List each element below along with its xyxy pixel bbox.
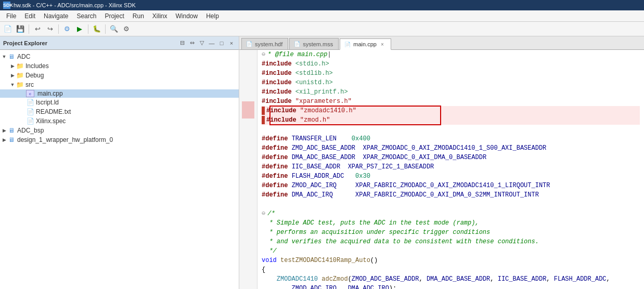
sp-d6 — [288, 181, 291, 190]
tree-item-adc-bsp[interactable]: ▶ 🖥 ADC_bsp — [0, 126, 239, 135]
comment-end: */ — [262, 246, 277, 256]
new-button[interactable]: 📄 — [2, 23, 14, 35]
ln-14 — [242, 170, 254, 179]
sp-d4 — [288, 162, 291, 172]
space-1 — [292, 59, 295, 69]
arg-zmd: ZMOD_ADC_BASE_ADDR — [352, 274, 419, 284]
menu-window[interactable]: Window — [172, 11, 202, 21]
main-cpp-tab-close[interactable]: × — [379, 41, 385, 47]
design-arrow: ▶ — [1, 137, 7, 143]
menu-project[interactable]: Project — [100, 11, 128, 21]
includes-folder-icon: 📁 — [16, 62, 24, 70]
link-editor-icon[interactable]: ⇔ — [188, 39, 196, 47]
settings-button[interactable]: ⚙ — [121, 23, 132, 35]
tree-item-main-cpp[interactable]: c main.cpp — [0, 89, 239, 98]
kw-include-4: #include — [262, 87, 292, 97]
menu-file[interactable]: File — [2, 11, 20, 21]
ln-21 — [242, 230, 254, 239]
src-arrow: ▼ — [9, 82, 16, 88]
main-cpp-tab-icon: 📄 — [344, 42, 351, 47]
ln-8 — [242, 119, 254, 127]
search-button[interactable]: 🔍 — [108, 23, 120, 35]
readme-label: README.txt — [36, 108, 71, 115]
editor-panel: 📄 system.hdf 📄 system.mss 📄 main.cpp × — [239, 36, 644, 289]
code-line-empty-1 — [262, 125, 640, 134]
editor-content[interactable]: ⊖ * @file main.cpp | #include <stdio.h> … — [239, 50, 644, 289]
debug-button[interactable]: 🐛 — [91, 23, 102, 35]
val-zmod-irq: XPAR_FABRIC_ZMODADC_0_AXI_ZMODADC1410_1_… — [355, 181, 550, 190]
code-lines[interactable]: ⊖ * @file main.cpp | #include <stdio.h> … — [257, 50, 644, 289]
back-button[interactable]: ↩ — [32, 23, 43, 35]
tab-system-mss[interactable]: 📄 system.mss — [289, 38, 339, 49]
collapse-all-icon[interactable]: ⊟ — [178, 39, 186, 47]
code-line-inc-unistd: #include <unistd.h> — [262, 78, 640, 87]
menu-edit[interactable]: Edit — [20, 11, 40, 21]
ln-23 — [242, 247, 254, 256]
tree-item-src[interactable]: ▼ 📁 src — [0, 80, 239, 89]
error-gutter-1 — [262, 107, 265, 115]
comment-1: * Simple ADC test, puts the ADC in the t… — [262, 218, 479, 228]
tab-system-hdf[interactable]: 📄 system.hdf — [241, 38, 288, 49]
menu-run[interactable]: Run — [128, 11, 148, 21]
menu-xilinx[interactable]: Xilinx — [148, 11, 172, 21]
menu-help[interactable]: Help — [202, 11, 223, 21]
src-label: src — [25, 81, 34, 88]
maximize-icon[interactable]: □ — [217, 39, 226, 47]
run-button[interactable]: ▶ — [74, 23, 85, 35]
system-mss-tab-label: system.mss — [303, 41, 333, 47]
tab-main-cpp[interactable]: 📄 main.cpp × — [340, 38, 391, 50]
expand-icon: ⊖ — [262, 50, 265, 59]
tree-item-debug[interactable]: ▶ 📁 Debug — [0, 71, 239, 80]
readme-icon: 📄 — [26, 108, 34, 116]
close-explorer-icon[interactable]: × — [227, 39, 236, 47]
macro-iic: IIC_BASE_ADDR — [292, 162, 341, 172]
tree-item-readme[interactable]: 📄 README.txt — [0, 107, 239, 116]
code-line-fn-def: void testZMODADC1410Ramp_Auto () — [262, 256, 640, 265]
save-button[interactable]: 💾 — [15, 23, 26, 35]
macro-flash: FLASH_ADDR_ADC — [292, 172, 344, 181]
macro-dma-adc: DMA_ADC_BASE_ADDR — [292, 153, 355, 162]
toolbar: 📄 💾 ↩ ↪ ⚙ ▶ 🐛 🔍 ⚙ — [0, 22, 644, 36]
tabs-bar: 📄 system.hdf 📄 system.mss 📄 main.cpp × — [239, 36, 644, 50]
tree-item-adc[interactable]: ▼ 🖥 ADC — [0, 52, 239, 61]
forward-button[interactable]: ↪ — [44, 23, 56, 35]
arg-zmod-irq: ZMOD_ADC_IRQ — [292, 284, 337, 289]
kw-define-4: #define — [262, 162, 288, 172]
code-line-cm-start: ⊖ /* — [262, 209, 640, 218]
system-hdf-tab-icon: 📄 — [246, 41, 252, 47]
str-zmod: "zmod.h" — [300, 115, 330, 125]
ln-6 — [242, 101, 254, 110]
sep2 — [58, 24, 59, 34]
includes-label: Includes — [25, 62, 49, 70]
sp-d5b — [344, 172, 355, 181]
code-area: ⊖ * @file main.cpp | #include <stdio.h> … — [239, 50, 644, 289]
code-line-cm-1: * Simple ADC test, puts the ADC in the t… — [262, 218, 640, 228]
tree-item-xilinx-spec[interactable]: 📄 Xilinx.spec — [0, 116, 239, 126]
filter-icon[interactable]: ▽ — [198, 39, 206, 47]
file-tree: ▼ 🖥 ADC ▶ 📁 Includes ▶ 📁 Debug ▼ 📁 src — [0, 50, 239, 289]
menu-navigate[interactable]: Navigate — [40, 11, 72, 21]
code-line-def-zmd-adc: #define ZMD_ADC_BASE_ADDR XPAR_ZMODADC_0… — [262, 143, 640, 153]
space-6 — [297, 106, 300, 115]
ln-3 — [242, 76, 254, 85]
tree-item-design[interactable]: ▶ 🖥 design_1_wrapper_hw_platform_0 — [0, 135, 239, 144]
title-text: hw.sdk - C/C++ - ADC/src/main.cpp - Xili… — [14, 2, 136, 8]
ln-11 — [242, 144, 254, 153]
ln-22 — [242, 239, 254, 247]
ln-16 — [242, 187, 254, 196]
menu-search[interactable]: Search — [72, 11, 100, 21]
minimize-icon[interactable]: — — [208, 39, 216, 47]
code-line-inc-stdlib: #include <stdlib.h> — [262, 69, 640, 78]
val-dma-irq: XPAR_FABRIC_ZMODADC_0_AXI_DMA_0_S2MM_INT… — [355, 190, 539, 200]
ln-19 — [242, 213, 254, 222]
xilinx-spec-arrow — [20, 118, 26, 124]
adc-bsp-icon: 🖥 — [7, 126, 16, 135]
tree-item-lscript[interactable]: 📄 lscript.ld — [0, 98, 239, 107]
xilinx-spec-icon: 📄 — [26, 117, 34, 125]
system-mss-tab-icon: 📄 — [294, 41, 300, 47]
tree-item-includes[interactable]: ▶ 📁 Includes — [0, 61, 239, 71]
code-line-def-dma-irq: #define DMA_ADC_IRQ XPAR_FABRIC_ZMODADC_… — [262, 190, 640, 200]
app-icon: SDK — [3, 2, 10, 9]
code-line-def-transfer: #define TRANSFER_LEN 0x400 — [262, 134, 640, 143]
build-button[interactable]: ⚙ — [61, 23, 73, 35]
